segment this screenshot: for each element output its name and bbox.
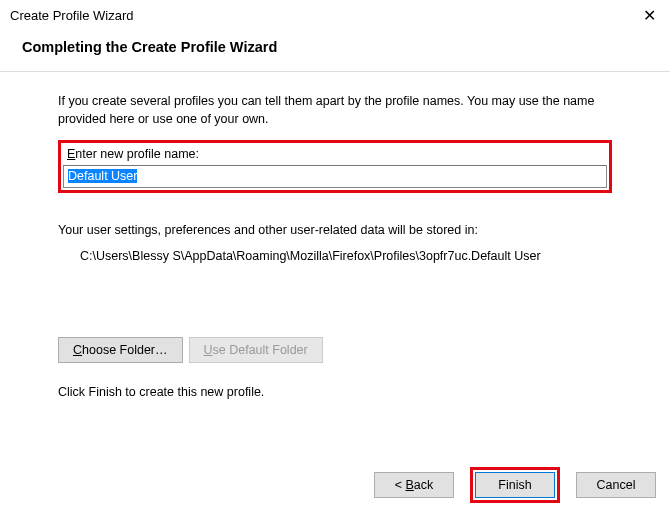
choose-folder-button[interactable]: Choose Folder… [58,337,183,363]
storage-label: Your user settings, preferences and othe… [58,223,612,237]
window-title: Create Profile Wizard [10,8,134,23]
profile-name-input[interactable]: Default User [63,165,607,188]
finish-note: Click Finish to create this new profile. [58,385,612,399]
back-button[interactable]: < Back [374,472,454,498]
intro-text: If you create several profiles you can t… [58,92,612,128]
finish-button[interactable]: Finish [475,472,555,498]
close-icon[interactable]: ✕ [637,6,662,25]
profile-name-label: Enter new profile name: [63,145,607,163]
profile-name-highlight: Enter new profile name: Default User [58,140,612,193]
cancel-button[interactable]: Cancel [576,472,656,498]
profile-path: C:\Users\Blessy S\AppData\Roaming\Mozill… [58,247,612,266]
finish-highlight: Finish [470,467,560,503]
page-title: Completing the Create Profile Wizard [0,31,670,71]
use-default-folder-button: Use Default Folder [189,337,323,363]
